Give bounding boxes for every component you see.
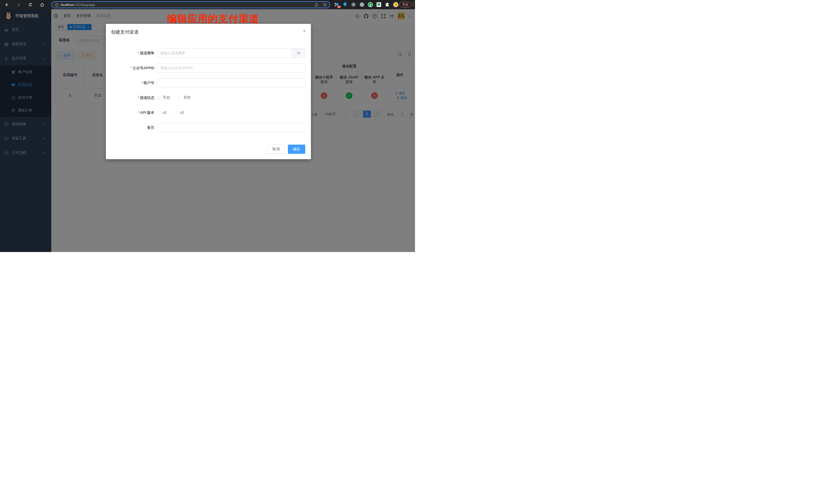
form-item-api-version: *API 版本 v2 v3 [106, 108, 311, 117]
url-bar[interactable]: localhost:1024/pay/app [51, 1, 330, 8]
dialog-header: 创建支付渠道 × [106, 24, 311, 38]
form-item-remark: 备注 [106, 123, 311, 132]
reload-icon[interactable] [28, 3, 33, 7]
kebab-menu-icon[interactable] [413, 2, 414, 7]
home-icon[interactable] [40, 3, 44, 7]
puzzle-icon[interactable] [385, 2, 390, 7]
url-text: localhost:1024/pay/app [61, 3, 95, 7]
radio-status-open[interactable]: 开启 [157, 95, 170, 100]
y-badge-icon[interactable]: y [368, 2, 373, 7]
forward-icon[interactable] [17, 3, 21, 7]
svg-text:⌘: ⌘ [352, 3, 355, 6]
url-host: localhost [61, 3, 74, 7]
radio-label: 开启 [163, 95, 170, 100]
browser-update-button[interactable]: 更新 [400, 2, 411, 7]
command-icon[interactable]: ⌘ [351, 2, 356, 7]
channel-rate-input[interactable] [157, 49, 292, 58]
dialog-title: 创建支付渠道 [111, 30, 139, 35]
close-icon[interactable]: × [303, 28, 306, 33]
svg-text:y: y [370, 3, 372, 7]
radio-label: 关闭 [183, 95, 190, 100]
radio-circle-icon [157, 96, 161, 99]
field-label: *商户号 [106, 78, 157, 87]
back-icon[interactable] [5, 3, 9, 7]
field-label: *API 版本 [106, 108, 157, 117]
balloon-icon[interactable] [343, 2, 348, 7]
field-label: *公众号APPID [106, 63, 157, 72]
form-item-channel-rate: *渠道费率 % [106, 49, 311, 58]
radio-circle-icon [174, 111, 178, 114]
browser-chrome: localhost:1024/pay/app 10 ⌘ y [0, 0, 415, 9]
emoji-icon[interactable] [393, 2, 398, 7]
share-icon[interactable] [314, 3, 319, 7]
radio-api-v2[interactable]: v2 [157, 111, 167, 115]
radio-status-closed[interactable]: 关闭 [178, 95, 190, 100]
create-pay-channel-dialog: 创建支付渠道 × *渠道费率 % *公众号APPID *商户号 *渠道状态 [106, 24, 311, 159]
radio-label: v2 [163, 111, 167, 115]
radio-label: v3 [180, 111, 184, 115]
official-account-appid-input[interactable] [157, 63, 305, 72]
dialog-form: *渠道费率 % *公众号APPID *商户号 *渠道状态 开启 关闭 [106, 49, 311, 132]
extension-toolbar: 10 ⌘ y [334, 0, 398, 9]
star-icon[interactable] [323, 3, 327, 7]
app-window: 芋道管理系统 首页 系统管理 ▾ ¥ 支付管理 ▴ 商户信息 应用信息 ¥ 支付 [0, 9, 415, 252]
percent-suffix: % [292, 49, 305, 58]
form-item-channel-status: *渠道状态 开启 关闭 [106, 93, 311, 102]
form-item-appid: *公众号APPID [106, 63, 311, 72]
confirm-button[interactable]: 确定 [288, 145, 305, 154]
field-label: *渠道费率 [106, 49, 157, 58]
dialog-footer: 取消 确定 [267, 145, 305, 154]
extension-badge: 10 [337, 6, 341, 8]
radio-circle-icon [178, 96, 181, 99]
annotation-text: 编辑应用的支付渠道 [167, 12, 259, 25]
radio-api-v3[interactable]: v3 [174, 111, 184, 115]
cancel-button[interactable]: 取消 [267, 145, 285, 154]
blue-diamond-extension-icon[interactable]: 10 [334, 2, 339, 7]
url-path: :1024/pay/app [74, 3, 95, 7]
radio-circle-icon [157, 111, 161, 114]
remark-input[interactable] [157, 123, 305, 132]
green-dot-icon[interactable] [359, 2, 364, 7]
merchant-id-input[interactable] [157, 78, 305, 87]
form-item-merchant-id: *商户号 [106, 78, 311, 87]
chat-icon[interactable] [376, 2, 381, 7]
field-label: *渠道状态 [106, 93, 157, 102]
info-icon[interactable] [55, 3, 58, 7]
field-label: 备注 [106, 123, 157, 132]
